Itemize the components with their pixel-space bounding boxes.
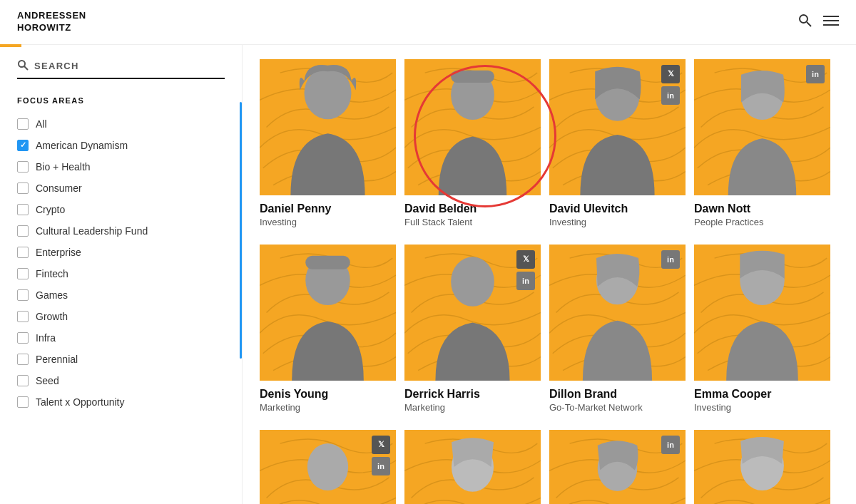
filter-item-cultural-leadership-fund[interactable]: Cultural Leadership Fund: [17, 220, 225, 242]
nav-icons: [798, 13, 839, 31]
linkedin-badge[interactable]: in: [806, 65, 825, 83]
team-card[interactable]: [694, 430, 839, 504]
filter-label-talent-x-opportunity: Talent x Opportunity: [36, 396, 125, 408]
svg-rect-13: [305, 255, 350, 269]
filter-item-all[interactable]: All: [17, 113, 225, 135]
team-card[interactable]: 𝕏in: [260, 430, 404, 504]
team-card[interactable]: 𝕏in David Ulevitch Investing: [549, 59, 694, 230]
team-card[interactable]: in: [549, 430, 694, 504]
checkbox-infra[interactable]: [17, 332, 29, 344]
team-card[interactable]: Emma Cooper Investing: [694, 245, 839, 416]
filter-item-talent-x-opportunity[interactable]: Talent x Opportunity: [17, 391, 225, 413]
filter-item-growth[interactable]: Growth: [17, 306, 225, 327]
menu-icon[interactable]: [823, 14, 839, 30]
checkbox-enterprise[interactable]: [17, 247, 29, 258]
card-image: 𝕏in: [549, 59, 686, 195]
filters-list: AllAmerican DynamismBio + HealthConsumer…: [17, 113, 225, 413]
card-name: Emma Cooper: [694, 388, 830, 401]
card-image: [694, 245, 830, 381]
checkbox-crypto[interactable]: [17, 204, 29, 215]
filter-item-consumer[interactable]: Consumer: [17, 178, 225, 199]
social-badges: 𝕏in: [372, 436, 390, 475]
team-card[interactable]: Denis Young Marketing: [260, 245, 404, 416]
team-card[interactable]: 𝕏in Derrick Harris Marketing: [404, 245, 549, 416]
linkedin-badge[interactable]: in: [661, 86, 680, 105]
card-name: Daniel Penny: [260, 202, 396, 215]
card-role: Investing: [260, 217, 396, 227]
filter-label-crypto: Crypto: [36, 204, 65, 215]
checkbox-consumer[interactable]: [17, 182, 29, 194]
team-card[interactable]: in Dillon Brand Go-To-Market Network: [549, 245, 694, 416]
linkedin-badge[interactable]: in: [661, 436, 680, 454]
card-image: in: [549, 430, 686, 504]
linkedin-badge[interactable]: in: [661, 250, 680, 269]
card-info: David Ulevitch Investing: [549, 195, 686, 230]
checkbox-perennial[interactable]: [17, 354, 29, 365]
social-badges: in: [806, 65, 825, 83]
search-row[interactable]: SEARCH: [17, 59, 225, 79]
twitter-badge[interactable]: 𝕏: [516, 250, 535, 269]
team-card[interactable]: David Belden Full Stack Talent: [404, 59, 549, 230]
card-role: Marketing: [260, 402, 396, 413]
card-image: [260, 245, 396, 381]
top-nav: ANDREESSEN HOROWITZ: [0, 0, 856, 45]
checkbox-games[interactable]: [17, 289, 29, 301]
filter-item-crypto[interactable]: Crypto: [17, 199, 225, 220]
person-silhouette: [694, 430, 830, 504]
card-image: in: [694, 59, 830, 195]
filter-item-american-dynamism[interactable]: American Dynamism: [17, 135, 225, 156]
card-image: 𝕏in: [260, 430, 396, 504]
sidebar: SEARCH FOCUS AREAS AllAmerican DynamismB…: [0, 45, 243, 504]
checkbox-american-dynamism[interactable]: [17, 140, 29, 151]
search-icon-sidebar: [17, 59, 29, 73]
team-card[interactable]: Daniel Penny Investing: [260, 59, 404, 230]
card-image: [404, 59, 541, 195]
checkbox-seed[interactable]: [17, 375, 29, 386]
checkbox-fintech[interactable]: [17, 268, 29, 279]
filter-label-enterprise: Enterprise: [36, 247, 81, 258]
svg-point-17: [307, 443, 348, 490]
filter-item-infra[interactable]: Infra: [17, 327, 225, 349]
linkedin-badge[interactable]: in: [372, 457, 390, 475]
logo: ANDREESSEN HOROWITZ: [17, 10, 86, 34]
filter-label-infra: Infra: [36, 332, 56, 344]
card-role: Investing: [694, 402, 830, 413]
twitter-badge[interactable]: 𝕏: [372, 436, 390, 454]
card-image: [694, 430, 830, 504]
card-name: David Ulevitch: [549, 202, 686, 215]
person-silhouette: [404, 59, 541, 195]
checkbox-talent-x-opportunity[interactable]: [17, 396, 29, 408]
card-info: Emma Cooper Investing: [694, 381, 830, 416]
team-card[interactable]: in Dawn Nott People Practices: [694, 59, 839, 230]
person-silhouette: [694, 245, 830, 381]
content-area: Daniel Penny Investing David Belden Full…: [243, 45, 856, 504]
social-badges: 𝕏in: [661, 65, 680, 105]
card-name: David Belden: [404, 202, 541, 215]
card-info: Dawn Nott People Practices: [694, 195, 830, 230]
card-name: Denis Young: [260, 388, 396, 401]
card-name: Dawn Nott: [694, 202, 830, 215]
checkbox-growth[interactable]: [17, 311, 29, 322]
person-silhouette: [260, 59, 396, 195]
social-badges: 𝕏in: [516, 250, 535, 290]
team-card[interactable]: [404, 430, 549, 504]
checkbox-cultural-leadership-fund[interactable]: [17, 225, 29, 237]
social-badges: in: [661, 250, 680, 269]
filter-item-games[interactable]: Games: [17, 284, 225, 306]
card-info: Derrick Harris Marketing: [404, 381, 541, 416]
checkbox-bio-health[interactable]: [17, 161, 29, 173]
checkbox-all[interactable]: [17, 118, 29, 130]
filter-item-bio-health[interactable]: Bio + Health: [17, 156, 225, 178]
linkedin-badge[interactable]: in: [516, 272, 535, 290]
filter-label-fintech: Fintech: [36, 268, 68, 279]
filter-item-enterprise[interactable]: Enterprise: [17, 242, 225, 263]
svg-line-1: [807, 22, 811, 26]
filter-item-fintech[interactable]: Fintech: [17, 263, 225, 284]
card-info: Dillon Brand Go-To-Market Network: [549, 381, 686, 416]
filter-item-seed[interactable]: Seed: [17, 370, 225, 391]
twitter-badge[interactable]: 𝕏: [661, 65, 680, 83]
search-icon[interactable]: [798, 13, 812, 31]
filter-item-perennial[interactable]: Perennial: [17, 349, 225, 370]
svg-point-0: [800, 15, 807, 23]
card-image: in: [549, 245, 686, 381]
